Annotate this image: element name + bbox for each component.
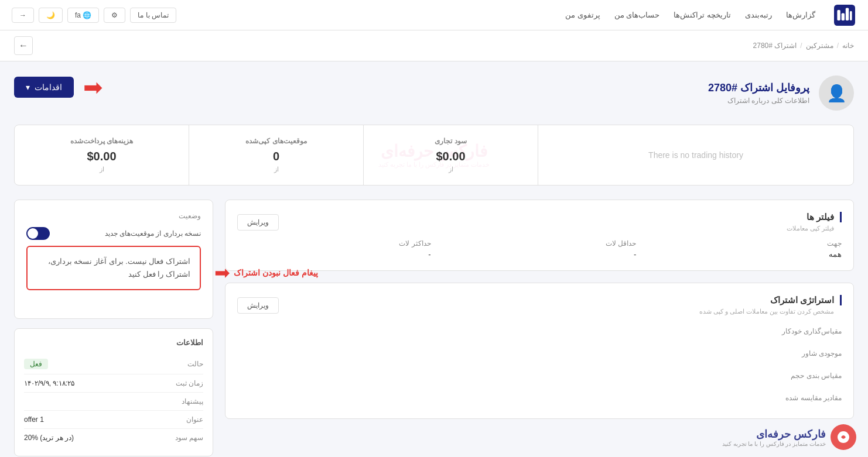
bottom-logo-icon <box>831 424 856 450</box>
profile-info: 👤 پروفایل اشتراک #2780 اطلاعات کلی دربار… <box>708 75 854 111</box>
balance-label: موجودی شاور <box>802 349 842 358</box>
nav-item-reports[interactable]: گزارش‌ها <box>786 11 815 19</box>
arrow-icon: ➡ <box>83 75 103 99</box>
info-regtime-val: ۱۴۰۲/۹/۹, ۹:۱۸:۲۵ <box>24 379 74 387</box>
profile-title: پروفایل اشتراک #2780 <box>708 81 809 94</box>
info-preview-key: پیشنهاد <box>182 397 203 406</box>
paid-fees-label: هزینه‌های پرداخت‌شده <box>29 137 175 145</box>
nav-item-ranking[interactable]: رتبه‌بندی <box>745 11 772 19</box>
settings-button[interactable]: ⚙ <box>104 8 125 23</box>
paid-fees-sub: از <box>29 166 175 173</box>
strategy-header: استراتژی اشتراک مشخص کردن تفاوت بین معام… <box>237 295 842 315</box>
breadcrumb-sep1: / <box>837 42 839 50</box>
svg-rect-1 <box>837 10 840 20</box>
top-nav: گزارش‌ها رتبه‌بندی تاریخچه تراکنش‌ها حسا… <box>0 0 868 30</box>
min-lot-value: - <box>443 250 637 259</box>
bottom-logo-text: فارکس حرفه‌ای خدمات متمایز در فارکس را ب… <box>722 428 826 447</box>
info-preview-row: پیشنهاد <box>24 393 203 411</box>
max-lot-label: حداکثر لات <box>237 239 431 248</box>
strategy-title-wrap: استراتژی اشتراک مشخص کردن تفاوت بین معام… <box>699 295 842 315</box>
svg-rect-4 <box>850 11 852 20</box>
info-title: اطلاعات <box>24 338 203 347</box>
page-content: 👤 پروفایل اشتراک #2780 اطلاعات کلی دربار… <box>0 61 868 456</box>
chevron-down-icon: ▾ <box>26 83 30 92</box>
info-title-key: عنوان <box>186 415 203 424</box>
direction-value: همه <box>648 250 842 259</box>
info-title-row: عنوان offer 1 <box>24 411 203 429</box>
filters-header: فیلتر ها فیلتر کپی معاملات ویرایش <box>237 212 842 232</box>
info-section: اطلاعات حالت فعل زمان ثبت ۱۴۰۲/۹/۹, ۹:۱۸… <box>14 328 213 456</box>
filter-row: جهت همه حداقل لات - حداکثر لات - <box>237 239 842 259</box>
copied-positions-card: موقعیت‌های کپی‌شده 0 از <box>189 125 363 185</box>
actions-arrow-hint: ➡ <box>83 75 103 99</box>
strategy-size-row: مقیاس بندی حجم <box>237 367 842 384</box>
breadcrumb-home[interactable]: خانه <box>842 42 854 50</box>
theme-button[interactable]: 🌙 <box>39 8 63 23</box>
status-badge: فعل <box>24 359 48 369</box>
strategy-card: استراتژی اشتراک مشخص کردن تفاوت بین معام… <box>225 283 854 419</box>
strategy-balance-row: موجودی شاور <box>237 345 842 362</box>
profile-text: پروفایل اشتراک #2780 اطلاعات کلی درباره … <box>708 81 809 105</box>
inactive-annotation: پیغام فعال نبودن اشتراک ➡ اشتراک فعال نی… <box>26 246 201 300</box>
left-panel: فیلتر ها فیلتر کپی معاملات ویرایش جهت هم… <box>225 200 854 419</box>
breadcrumb-subscribers[interactable]: مشترکین <box>806 42 833 50</box>
logout-button[interactable]: → <box>12 8 34 23</box>
filters-title: فیلتر ها <box>787 212 842 222</box>
contact-button[interactable]: تماس با ما <box>130 8 176 23</box>
auto-label: مقیاس‌گذاری خودکار <box>782 327 842 335</box>
svg-rect-2 <box>842 13 845 20</box>
nav-links: گزارش‌ها رتبه‌بندی تاریخچه تراکنش‌ها حسا… <box>565 11 815 19</box>
info-regtime-key: زمان ثبت <box>176 379 203 387</box>
copy-label: نسخه برداری از موقعیت‌های جدید <box>105 229 201 238</box>
strategy-auto-row: مقیاس‌گذاری خودکار <box>237 322 842 340</box>
min-lot-label: حداقل لات <box>443 239 637 248</box>
trading-profit-value: $0.00 <box>378 150 524 163</box>
paid-fees-card: هزینه‌های پرداخت‌شده $0.00 از <box>15 125 189 185</box>
logo[interactable] <box>833 5 856 26</box>
info-regtime-row: زمان ثبت ۱۴۰۲/۹/۹, ۹:۱۸:۲۵ <box>24 374 203 393</box>
nav-item-accounts[interactable]: حساب‌های من <box>614 11 660 19</box>
nav-left: گزارش‌ها رتبه‌بندی تاریخچه تراکنش‌ها حسا… <box>565 5 856 26</box>
compare-label: مقادیر مقایسه شده <box>785 394 842 402</box>
status-section-label: وضعیت <box>26 212 201 220</box>
breadcrumb: خانه / مشترکین / اشتراک #2780 <box>753 42 854 50</box>
strategy-subtitle: مشخص کردن تفاوت بین معاملات اصلی و کپی ش… <box>699 308 842 315</box>
copy-toggle[interactable] <box>26 227 50 240</box>
filter-min-lot: حداقل لات - <box>443 239 637 259</box>
logo-brand: فارکس حرفه‌ای <box>722 428 826 441</box>
right-panel: وضعیت نسخه برداری از موقعیت‌های جدید پیغ… <box>14 200 213 456</box>
filters-edit-button[interactable]: ویرایش <box>237 214 279 231</box>
arrow-right-icon: ➡ <box>214 263 230 282</box>
trading-profit-card: سود تجاری $0.00 از <box>363 125 538 185</box>
trading-profit-sub: از <box>378 166 524 173</box>
info-status-key: حالت <box>187 360 203 368</box>
strategy-title: استراتژی اشتراک <box>699 295 842 305</box>
inactive-message-box: اشتراک فعال نیست. برای آغاز نسخه برداری،… <box>26 246 201 290</box>
profile-header: 👤 پروفایل اشتراک #2780 اطلاعات کلی دربار… <box>14 75 854 111</box>
no-history-text: There is no trading history <box>648 150 743 160</box>
actions-label: اقدامات <box>35 83 62 92</box>
filter-max-lot: حداکثر لات - <box>237 239 431 259</box>
back-button[interactable]: ← <box>14 36 33 55</box>
actions-area: ➡ اقدامات ▾ <box>14 75 103 99</box>
filters-subtitle: فیلتر کپی معاملات <box>787 225 842 232</box>
strategy-edit-button[interactable]: ویرایش <box>237 297 279 314</box>
filter-direction: جهت همه <box>648 239 842 259</box>
nav-item-portfolio[interactable]: پرتفوی من <box>565 11 600 19</box>
info-profit-val: 20% (در هر ترید) <box>24 434 74 442</box>
inactive-msg-text: اشتراک فعال نیست. برای آغاز نسخه برداری،… <box>48 257 190 279</box>
stats-row: فارکس حرفه‌ای خدمات متمایز در فارکس را ب… <box>14 125 854 185</box>
info-profit-key: سهم سود <box>175 434 203 442</box>
breadcrumb-bar: خانه / مشترکین / اشتراک #2780 ← <box>0 30 868 61</box>
actions-button[interactable]: اقدامات ▾ <box>14 77 74 98</box>
copy-toggle-row: نسخه برداری از موقعیت‌های جدید <box>26 227 201 240</box>
strategy-compare-row: مقادیر مقایسه شده <box>237 389 842 407</box>
size-label: مقیاس بندی حجم <box>791 372 842 380</box>
filters-card: فیلتر ها فیلتر کپی معاملات ویرایش جهت هم… <box>225 200 854 271</box>
breadcrumb-current: اشتراک #2780 <box>753 42 797 50</box>
paid-fees-value: $0.00 <box>29 150 175 163</box>
language-button[interactable]: 🌐 fa <box>67 8 99 23</box>
nav-item-history[interactable]: تاریخچه تراکنش‌ها <box>674 11 731 19</box>
bottom-logo-content: فارکس حرفه‌ای خدمات متمایز در فارکس را ب… <box>722 424 856 450</box>
bottom-logo: فارکس حرفه‌ای خدمات متمایز در فارکس را ب… <box>722 424 856 450</box>
